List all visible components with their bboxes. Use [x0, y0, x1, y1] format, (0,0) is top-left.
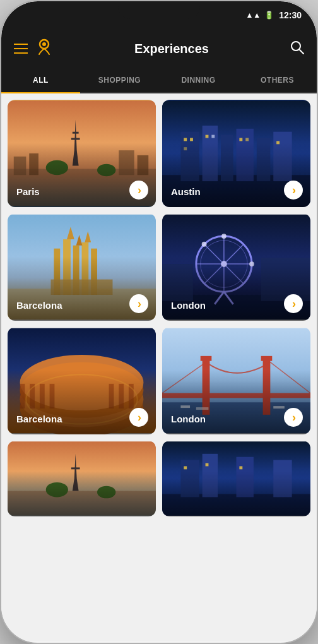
tabs-bar: ALL SHOPPING DINNING OTHERS [1, 68, 317, 93]
svg-rect-86 [71, 467, 80, 469]
svg-rect-24 [184, 138, 187, 141]
svg-rect-96 [206, 463, 209, 467]
logo-icon [35, 38, 53, 59]
city-card-austin2[interactable] [162, 441, 310, 516]
city-grid: Paris [8, 100, 310, 434]
city-name-barcelona1: Barcelona [16, 300, 62, 311]
content-area: Paris [1, 93, 317, 641]
city-card-paris2[interactable] [8, 441, 156, 516]
city-arrow-london2[interactable] [284, 408, 303, 427]
city-card-austin[interactable]: Austin [162, 100, 310, 207]
svg-point-58 [202, 242, 207, 247]
hamburger-line-1 [14, 44, 28, 45]
battery-icon: 🔋 [264, 11, 274, 20]
partial-row [8, 441, 310, 516]
phone-inner: ▲▲ 🔋 12:30 [1, 1, 317, 643]
city-name-paris: Paris [16, 186, 40, 197]
svg-rect-76 [201, 356, 212, 361]
city-arrow-barcelona1[interactable] [129, 294, 148, 313]
tab-all[interactable]: ALL [1, 68, 80, 92]
partial-overlay-austin2 [162, 471, 310, 516]
city-arrow-paris[interactable] [129, 181, 148, 200]
city-card-london1[interactable]: London [162, 213, 310, 321]
hamburger-menu-icon[interactable] [14, 44, 28, 54]
city-card-london2[interactable]: London [162, 327, 310, 434]
status-icons: ▲▲ 🔋 [245, 11, 274, 20]
partial-overlay-paris2 [8, 471, 156, 516]
page-title: Experiences [53, 42, 290, 56]
svg-rect-97 [239, 466, 242, 469]
svg-rect-25 [190, 138, 193, 141]
search-button[interactable] [290, 40, 304, 57]
svg-rect-77 [261, 356, 273, 361]
svg-rect-12 [71, 138, 80, 140]
svg-point-1 [42, 42, 46, 46]
status-time: 12:30 [279, 10, 302, 20]
svg-line-3 [299, 49, 303, 54]
svg-rect-95 [184, 466, 187, 469]
city-card-paris[interactable]: Paris [8, 100, 156, 207]
tab-shopping[interactable]: SHOPPING [80, 68, 159, 92]
svg-rect-28 [211, 135, 215, 138]
city-name-barcelona2: Barcelona [16, 414, 62, 424]
hamburger-line-3 [14, 52, 28, 54]
svg-rect-27 [206, 135, 209, 138]
app-header: Experiences [1, 29, 317, 68]
city-arrow-london1[interactable] [284, 294, 303, 313]
status-bar: ▲▲ 🔋 12:30 [1, 1, 317, 29]
signal-icon: ▲▲ [245, 11, 261, 20]
svg-rect-29 [239, 138, 242, 141]
phone-frame: ▲▲ 🔋 12:30 [0, 0, 318, 644]
header-left [14, 38, 53, 59]
hamburger-line-2 [14, 48, 28, 49]
city-card-barcelona1[interactable]: Barcelona [8, 213, 156, 321]
tab-others[interactable]: OTHERS [238, 68, 317, 92]
city-arrow-barcelona2[interactable] [129, 408, 148, 427]
tab-dinning[interactable]: DINNING [159, 68, 238, 92]
svg-rect-13 [73, 132, 79, 134]
city-name-london1: London [171, 300, 206, 311]
city-arrow-austin[interactable] [284, 181, 303, 200]
notch [118, 1, 200, 19]
city-name-austin: Austin [171, 186, 201, 197]
city-card-barcelona2[interactable]: Barcelona [8, 327, 156, 434]
city-name-london2: London [171, 414, 206, 424]
svg-rect-30 [245, 138, 249, 141]
svg-point-56 [221, 234, 227, 239]
